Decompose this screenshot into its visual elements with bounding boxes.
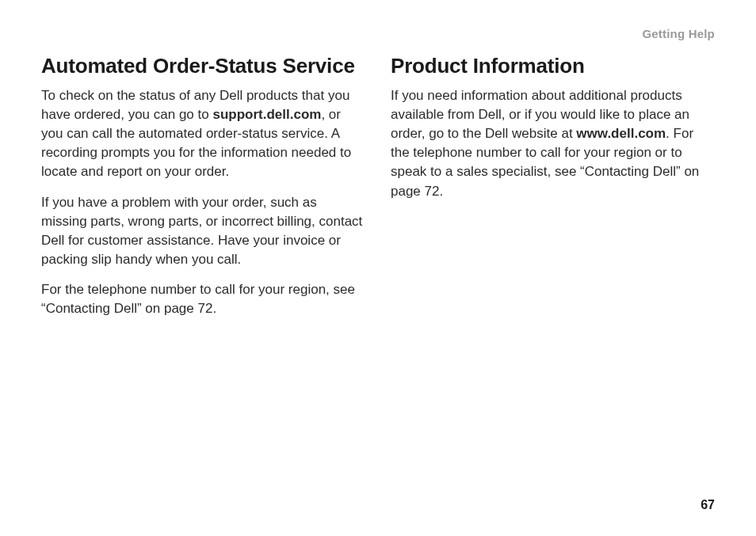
manual-page: Getting Help Automated Order-Status Serv… bbox=[0, 0, 756, 536]
order-status-p1: To check on the status of any Dell produ… bbox=[41, 86, 365, 182]
page-number: 67 bbox=[701, 498, 715, 512]
product-info-p1: If you need information about additional… bbox=[391, 86, 715, 201]
support-url-bold: support.dell.com bbox=[212, 107, 321, 122]
two-column-layout: Automated Order-Status Service To check … bbox=[41, 55, 715, 329]
order-status-heading: Automated Order-Status Service bbox=[41, 55, 365, 78]
order-status-p2: If you have a problem with your order, s… bbox=[41, 193, 365, 270]
running-head: Getting Help bbox=[41, 27, 715, 40]
dell-url-bold: www.dell.com bbox=[576, 126, 666, 141]
left-column: Automated Order-Status Service To check … bbox=[41, 55, 365, 329]
order-status-p3: For the telephone number to call for you… bbox=[41, 280, 365, 318]
right-column: Product Information If you need informat… bbox=[391, 55, 715, 329]
product-info-heading: Product Information bbox=[391, 55, 715, 78]
